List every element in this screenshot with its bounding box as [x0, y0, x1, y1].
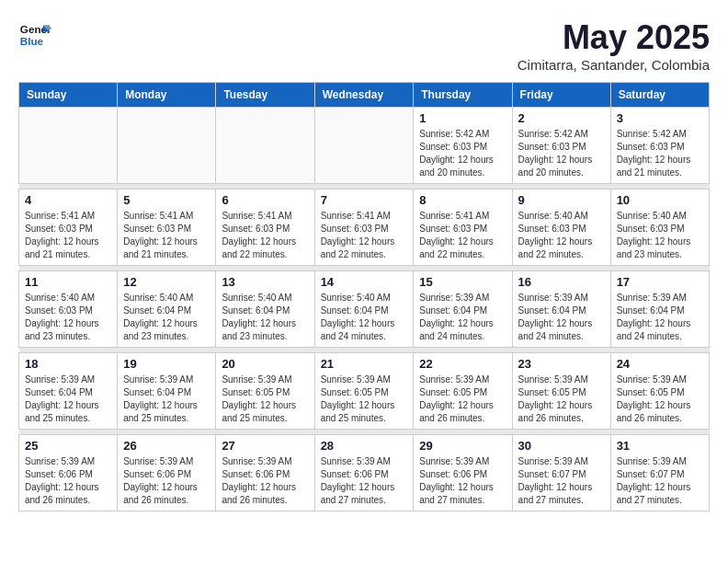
day-header-sunday: Sunday — [19, 83, 118, 108]
calendar-cell: 27Sunrise: 5:39 AM Sunset: 6:06 PM Dayli… — [216, 435, 314, 511]
calendar-cell: 7Sunrise: 5:41 AM Sunset: 6:03 PM Daylig… — [314, 190, 414, 266]
day-info: Sunrise: 5:40 AM Sunset: 6:03 PM Dayligh… — [617, 210, 703, 261]
calendar-cell: 2Sunrise: 5:42 AM Sunset: 6:03 PM Daylig… — [512, 108, 610, 184]
day-number: 30 — [518, 439, 605, 453]
day-number: 10 — [617, 193, 703, 207]
day-info: Sunrise: 5:39 AM Sunset: 6:06 PM Dayligh… — [25, 455, 111, 507]
calendar-cell: 10Sunrise: 5:40 AM Sunset: 6:03 PM Dayli… — [610, 190, 709, 266]
calendar-cell: 31Sunrise: 5:39 AM Sunset: 6:07 PM Dayli… — [610, 435, 709, 511]
calendar-cell: 24Sunrise: 5:39 AM Sunset: 6:05 PM Dayli… — [610, 353, 709, 430]
day-number: 2 — [518, 111, 605, 125]
calendar-cell: 22Sunrise: 5:39 AM Sunset: 6:05 PM Dayli… — [414, 353, 512, 430]
calendar-cell: 5Sunrise: 5:41 AM Sunset: 6:03 PM Daylig… — [118, 190, 216, 266]
day-number: 23 — [518, 357, 605, 371]
calendar-cell: 29Sunrise: 5:39 AM Sunset: 6:06 PM Dayli… — [414, 435, 512, 511]
day-info: Sunrise: 5:40 AM Sunset: 6:04 PM Dayligh… — [321, 292, 408, 343]
day-info: Sunrise: 5:39 AM Sunset: 6:05 PM Dayligh… — [518, 373, 605, 425]
day-info: Sunrise: 5:41 AM Sunset: 6:03 PM Dayligh… — [222, 210, 308, 261]
svg-text:Blue: Blue — [20, 35, 44, 47]
day-info: Sunrise: 5:41 AM Sunset: 6:03 PM Dayligh… — [419, 210, 506, 261]
day-number: 24 — [617, 357, 703, 371]
calendar-cell: 26Sunrise: 5:39 AM Sunset: 6:06 PM Dayli… — [118, 435, 216, 511]
day-number: 31 — [617, 439, 703, 453]
calendar-cell: 23Sunrise: 5:39 AM Sunset: 6:05 PM Dayli… — [512, 353, 610, 430]
day-info: Sunrise: 5:40 AM Sunset: 6:04 PM Dayligh… — [123, 292, 210, 343]
day-number: 5 — [123, 193, 210, 207]
calendar-week-row: 1Sunrise: 5:42 AM Sunset: 6:03 PM Daylig… — [19, 108, 710, 184]
day-number: 20 — [222, 357, 308, 371]
calendar-cell: 21Sunrise: 5:39 AM Sunset: 6:05 PM Dayli… — [314, 353, 414, 430]
day-number: 4 — [25, 193, 111, 207]
day-number: 3 — [617, 111, 703, 125]
calendar-week-row: 11Sunrise: 5:40 AM Sunset: 6:03 PM Dayli… — [19, 271, 710, 348]
day-info: Sunrise: 5:39 AM Sunset: 6:07 PM Dayligh… — [518, 455, 605, 507]
calendar-cell: 4Sunrise: 5:41 AM Sunset: 6:03 PM Daylig… — [19, 190, 118, 266]
calendar-cell: 25Sunrise: 5:39 AM Sunset: 6:06 PM Dayli… — [19, 435, 118, 511]
day-info: Sunrise: 5:41 AM Sunset: 6:03 PM Dayligh… — [25, 210, 111, 261]
calendar-cell: 8Sunrise: 5:41 AM Sunset: 6:03 PM Daylig… — [414, 190, 512, 266]
day-header-wednesday: Wednesday — [314, 83, 414, 108]
day-number: 27 — [222, 439, 308, 453]
calendar-cell: 16Sunrise: 5:39 AM Sunset: 6:04 PM Dayli… — [512, 271, 610, 348]
calendar-cell: 3Sunrise: 5:42 AM Sunset: 6:03 PM Daylig… — [610, 108, 709, 184]
calendar-cell — [314, 108, 414, 184]
day-info: Sunrise: 5:39 AM Sunset: 6:04 PM Dayligh… — [617, 292, 703, 343]
day-info: Sunrise: 5:39 AM Sunset: 6:05 PM Dayligh… — [617, 373, 703, 425]
calendar-week-row: 18Sunrise: 5:39 AM Sunset: 6:04 PM Dayli… — [19, 353, 710, 430]
day-info: Sunrise: 5:39 AM Sunset: 6:06 PM Dayligh… — [123, 455, 210, 507]
day-info: Sunrise: 5:39 AM Sunset: 6:07 PM Dayligh… — [617, 455, 703, 507]
title-block: May 2025 Cimitarra, Santander, Colombia — [518, 18, 710, 73]
calendar-cell: 20Sunrise: 5:39 AM Sunset: 6:05 PM Dayli… — [216, 353, 314, 430]
day-info: Sunrise: 5:39 AM Sunset: 6:06 PM Dayligh… — [321, 455, 408, 507]
day-number: 9 — [518, 193, 605, 207]
calendar-cell: 13Sunrise: 5:40 AM Sunset: 6:04 PM Dayli… — [216, 271, 314, 348]
day-info: Sunrise: 5:41 AM Sunset: 6:03 PM Dayligh… — [123, 210, 210, 261]
calendar-cell: 15Sunrise: 5:39 AM Sunset: 6:04 PM Dayli… — [414, 271, 512, 348]
day-info: Sunrise: 5:40 AM Sunset: 6:03 PM Dayligh… — [518, 210, 605, 261]
day-header-friday: Friday — [512, 83, 610, 108]
day-number: 28 — [321, 439, 408, 453]
day-info: Sunrise: 5:41 AM Sunset: 6:03 PM Dayligh… — [321, 210, 408, 261]
day-info: Sunrise: 5:40 AM Sunset: 6:04 PM Dayligh… — [222, 292, 308, 343]
day-info: Sunrise: 5:39 AM Sunset: 6:04 PM Dayligh… — [419, 292, 506, 343]
day-number: 22 — [419, 357, 506, 371]
day-number: 14 — [321, 275, 408, 289]
calendar-header-row: SundayMondayTuesdayWednesdayThursdayFrid… — [19, 83, 710, 108]
day-header-thursday: Thursday — [414, 83, 512, 108]
calendar-cell — [216, 108, 314, 184]
page-header: General Blue May 2025 Cimitarra, Santand… — [18, 18, 710, 73]
day-number: 26 — [123, 439, 210, 453]
location-subtitle: Cimitarra, Santander, Colombia — [518, 57, 710, 73]
day-number: 19 — [123, 357, 210, 371]
day-info: Sunrise: 5:39 AM Sunset: 6:05 PM Dayligh… — [321, 373, 408, 425]
day-number: 12 — [123, 275, 210, 289]
calendar-week-row: 4Sunrise: 5:41 AM Sunset: 6:03 PM Daylig… — [19, 190, 710, 266]
calendar-cell: 17Sunrise: 5:39 AM Sunset: 6:04 PM Dayli… — [610, 271, 709, 348]
calendar-cell: 6Sunrise: 5:41 AM Sunset: 6:03 PM Daylig… — [216, 190, 314, 266]
calendar-cell: 18Sunrise: 5:39 AM Sunset: 6:04 PM Dayli… — [19, 353, 118, 430]
day-number: 8 — [419, 193, 506, 207]
logo-icon: General Blue — [18, 18, 51, 52]
calendar-cell: 12Sunrise: 5:40 AM Sunset: 6:04 PM Dayli… — [118, 271, 216, 348]
day-info: Sunrise: 5:42 AM Sunset: 6:03 PM Dayligh… — [617, 128, 703, 179]
day-info: Sunrise: 5:42 AM Sunset: 6:03 PM Dayligh… — [419, 128, 506, 179]
calendar-cell: 1Sunrise: 5:42 AM Sunset: 6:03 PM Daylig… — [414, 108, 512, 184]
day-number: 11 — [25, 275, 111, 289]
day-info: Sunrise: 5:42 AM Sunset: 6:03 PM Dayligh… — [518, 128, 605, 179]
day-info: Sunrise: 5:39 AM Sunset: 6:06 PM Dayligh… — [222, 455, 308, 507]
calendar-cell: 30Sunrise: 5:39 AM Sunset: 6:07 PM Dayli… — [512, 435, 610, 511]
logo: General Blue — [18, 18, 51, 52]
day-number: 16 — [518, 275, 605, 289]
day-number: 7 — [321, 193, 408, 207]
day-info: Sunrise: 5:39 AM Sunset: 6:05 PM Dayligh… — [419, 373, 506, 425]
day-number: 18 — [25, 357, 111, 371]
day-header-tuesday: Tuesday — [216, 83, 314, 108]
day-info: Sunrise: 5:39 AM Sunset: 6:05 PM Dayligh… — [222, 373, 308, 425]
day-info: Sunrise: 5:39 AM Sunset: 6:06 PM Dayligh… — [419, 455, 506, 507]
calendar-cell: 9Sunrise: 5:40 AM Sunset: 6:03 PM Daylig… — [512, 190, 610, 266]
calendar-table: SundayMondayTuesdayWednesdayThursdayFrid… — [18, 82, 710, 511]
day-info: Sunrise: 5:39 AM Sunset: 6:04 PM Dayligh… — [25, 373, 111, 425]
day-number: 29 — [419, 439, 506, 453]
day-number: 15 — [419, 275, 506, 289]
day-info: Sunrise: 5:40 AM Sunset: 6:03 PM Dayligh… — [25, 292, 111, 343]
